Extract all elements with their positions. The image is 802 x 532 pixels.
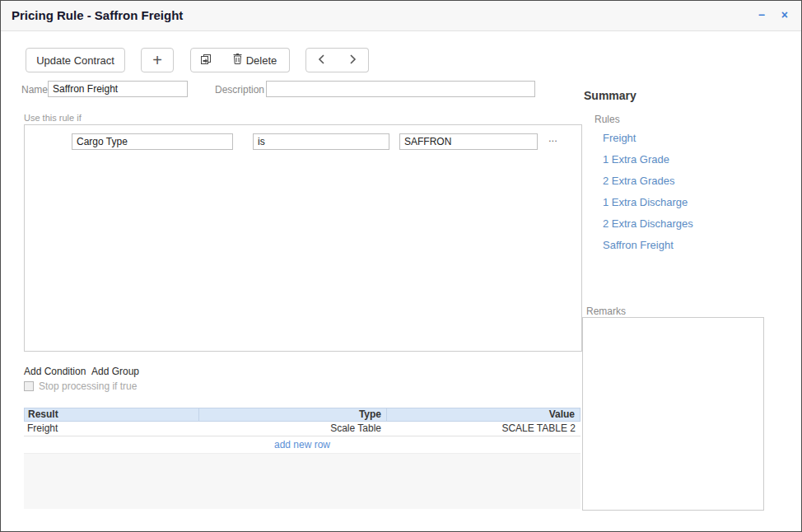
- close-icon[interactable]: ×: [781, 7, 788, 22]
- name-label: Name: [21, 84, 48, 96]
- remarks-textarea[interactable]: [582, 317, 764, 511]
- column-header-value: Value: [387, 408, 580, 421]
- condition-more-button[interactable]: ...: [548, 132, 557, 144]
- description-input[interactable]: [266, 81, 535, 97]
- stop-processing-row: Stop processing if true: [24, 380, 137, 392]
- minimize-icon[interactable]: −: [758, 7, 765, 22]
- delete-button-label: Delete: [246, 54, 277, 67]
- pricing-rule-dialog: Pricing Rule - Saffron Freight − × Updat…: [0, 0, 802, 532]
- add-new-row-link[interactable]: add new row: [24, 436, 581, 454]
- table-row[interactable]: Freight Scale Table SCALE TABLE 2: [24, 422, 581, 436]
- summary-heading: Summary: [584, 89, 636, 102]
- rules-list: Freight 1 Extra Grade 2 Extra Grades 1 E…: [603, 132, 693, 251]
- dialog-title: Pricing Rule - Saffron Freight: [12, 8, 183, 22]
- condition-builder-area: ...: [24, 124, 582, 352]
- copy-button[interactable]: [190, 48, 221, 72]
- chevron-left-icon: [318, 54, 326, 68]
- update-contract-button[interactable]: Update Contract: [26, 48, 125, 72]
- name-input[interactable]: [48, 81, 188, 97]
- use-this-rule-if-label: Use this rule if: [24, 113, 82, 123]
- value-cell: SCALE TABLE 2: [386, 422, 581, 436]
- type-cell: Scale Table: [198, 422, 386, 436]
- rule-link-saffron-freight[interactable]: Saffron Freight: [603, 239, 693, 251]
- add-condition-link[interactable]: Add Condition: [24, 366, 86, 377]
- results-table: Result Type Value Freight Scale Table SC…: [24, 408, 581, 509]
- remarks-label: Remarks: [586, 306, 626, 317]
- stop-processing-checkbox[interactable]: [24, 381, 34, 391]
- add-rule-button[interactable]: +: [141, 48, 174, 72]
- column-header-result: Result: [25, 408, 199, 421]
- rule-link-2-extra-grades[interactable]: 2 Extra Grades: [603, 175, 693, 187]
- trash-icon: [233, 54, 242, 67]
- previous-rule-button[interactable]: [305, 48, 338, 72]
- rule-link-1-extra-discharge[interactable]: 1 Extra Discharge: [603, 196, 693, 208]
- condition-field-dropdown[interactable]: [72, 133, 233, 150]
- rule-link-freight[interactable]: Freight: [603, 132, 693, 144]
- delete-button[interactable]: Delete: [221, 48, 290, 72]
- chevron-right-icon: [348, 54, 357, 68]
- description-label: Description: [215, 84, 264, 96]
- condition-value-input[interactable]: [399, 133, 538, 150]
- titlebar: Pricing Rule - Saffron Freight − ×: [1, 1, 801, 31]
- column-header-type: Type: [199, 408, 387, 421]
- results-table-header: Result Type Value: [24, 408, 581, 422]
- condition-operator-dropdown[interactable]: [253, 133, 389, 150]
- rule-link-2-extra-discharges[interactable]: 2 Extra Discharges: [603, 217, 693, 230]
- stop-processing-label: Stop processing if true: [39, 380, 137, 392]
- next-rule-button[interactable]: [337, 48, 369, 72]
- copy-icon: [200, 54, 212, 68]
- result-cell: Freight: [24, 422, 198, 436]
- rule-link-1-extra-grade[interactable]: 1 Extra Grade: [603, 153, 693, 166]
- add-group-link[interactable]: Add Group: [91, 366, 139, 377]
- rules-label: Rules: [595, 114, 620, 125]
